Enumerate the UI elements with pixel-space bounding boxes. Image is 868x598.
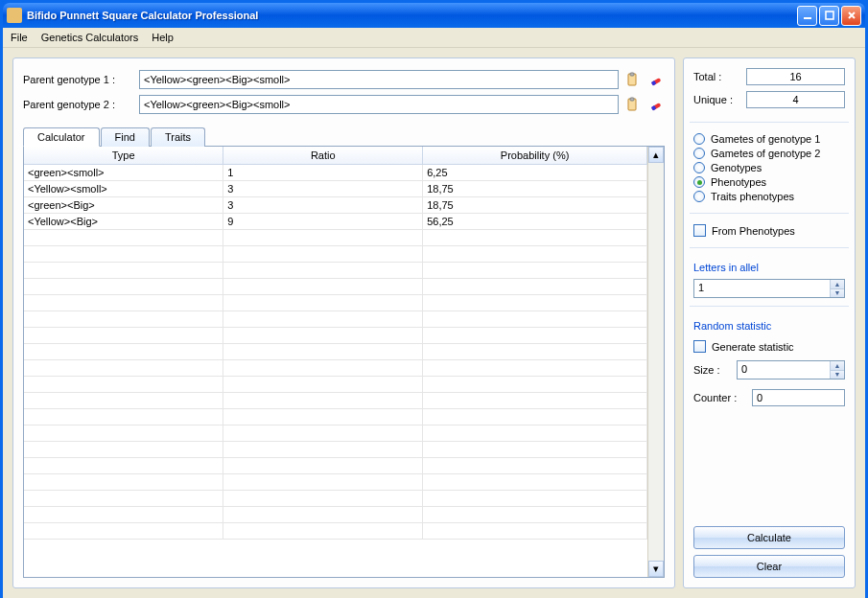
tab-traits[interactable]: Traits (151, 127, 205, 147)
cell-prob (423, 360, 647, 377)
right-panel: Total : 16 Unique : 4 Gametes of genotyp… (683, 58, 856, 588)
cell-ratio (223, 377, 423, 393)
menu-help[interactable]: Help (152, 32, 174, 43)
letters-spinner[interactable]: 1 ▲▼ (693, 279, 845, 298)
counter-label: Counter : (693, 392, 746, 403)
table-row[interactable]: <Yellow><Big>956,25 (24, 214, 647, 230)
cell-ratio (223, 360, 423, 377)
parent1-label: Parent genotype 1 : (23, 74, 133, 85)
cell-prob (423, 507, 647, 523)
check-generate-statistic[interactable]: Generate statistic (693, 340, 845, 353)
cell-ratio (223, 311, 423, 328)
col-prob[interactable]: Probability (%) (423, 147, 647, 165)
cell-type (24, 263, 223, 279)
table-row (24, 491, 647, 507)
cell-type (24, 523, 223, 540)
cell-type (24, 279, 223, 295)
cell-type (24, 377, 223, 393)
check-from-phenotypes[interactable]: From Phenotypes (693, 224, 845, 237)
paste-icon[interactable] (624, 71, 642, 88)
spin-up-icon[interactable]: ▲ (830, 280, 844, 289)
table-row[interactable]: <Yellow><smoll>318,75 (24, 181, 647, 197)
radio-traits-phenotypes[interactable]: Traits phenotypes (693, 191, 845, 202)
cell-type (24, 360, 223, 377)
close-button[interactable] (841, 6, 861, 26)
cell-ratio (223, 523, 423, 540)
radio-label: Gametes of genotype 1 (711, 133, 820, 145)
svg-rect-1 (826, 12, 833, 19)
results-table: Type Ratio Probability (%) <green><smoll… (24, 147, 647, 540)
radio-gametes-2[interactable]: Gametes of genotype 2 (693, 148, 845, 159)
cell-type (24, 295, 223, 311)
size-spinner[interactable]: 0 ▲▼ (737, 360, 845, 380)
table-scrollbar[interactable]: ▴ ▾ (647, 147, 664, 577)
app-window: Bifido Punnett Square Calculator Profess… (0, 0, 868, 598)
cell-ratio (223, 230, 423, 246)
col-ratio[interactable]: Ratio (223, 147, 423, 165)
svg-rect-7 (630, 98, 634, 101)
menu-file[interactable]: File (11, 32, 28, 43)
clear-button[interactable]: Clear (693, 555, 845, 578)
radio-gametes-1[interactable]: Gametes of genotype 1 (693, 133, 845, 145)
radio-phenotypes[interactable]: Phenotypes (693, 176, 845, 188)
cell-ratio (223, 458, 423, 474)
unique-value: 4 (746, 91, 845, 108)
paste2-icon[interactable] (624, 96, 642, 113)
table-row (24, 263, 647, 279)
table-row (24, 279, 647, 295)
cell-prob (423, 263, 647, 279)
cell-ratio (223, 295, 423, 311)
cell-type (24, 507, 223, 523)
cell-prob: 18,75 (423, 197, 647, 214)
cell-prob (423, 246, 647, 263)
maximize-button[interactable] (819, 6, 839, 26)
spin-down-icon[interactable]: ▼ (830, 371, 844, 380)
size-value: 0 (738, 361, 830, 379)
cell-type (24, 409, 223, 426)
calculate-button[interactable]: Calculate (693, 526, 845, 549)
cell-type (24, 344, 223, 360)
cell-ratio (223, 279, 423, 295)
counter-value: 0 (752, 389, 845, 406)
tab-find[interactable]: Find (101, 127, 150, 147)
radio-label: Genotypes (711, 162, 762, 173)
svg-rect-0 (804, 17, 811, 19)
cell-type (24, 246, 223, 263)
cell-ratio: 3 (223, 181, 423, 197)
table-row (24, 311, 647, 328)
cell-ratio (223, 393, 423, 409)
spin-up-icon[interactable]: ▲ (830, 361, 844, 371)
tab-calculator[interactable]: Calculator (23, 127, 100, 147)
clear1-icon[interactable] (647, 71, 665, 88)
check-label: From Phenotypes (712, 225, 795, 237)
cell-type: <green><Big> (24, 197, 223, 214)
cell-type: <green><smoll> (24, 165, 223, 181)
spin-down-icon[interactable]: ▼ (830, 289, 844, 298)
cell-ratio (223, 328, 423, 344)
cell-type: <Yellow><Big> (24, 214, 223, 230)
cell-type (24, 491, 223, 507)
cell-ratio (223, 426, 423, 442)
cell-prob (423, 230, 647, 246)
table-row (24, 523, 647, 540)
menu-genetics-calculators[interactable]: Genetics Calculators (41, 32, 139, 43)
clear2-icon[interactable] (647, 96, 665, 113)
parent1-input[interactable] (139, 70, 619, 89)
cell-prob (423, 393, 647, 409)
title-bar: Bifido Punnett Square Calculator Profess… (3, 3, 865, 28)
table-row[interactable]: <green><Big>318,75 (24, 197, 647, 214)
table-row[interactable]: <green><smoll>16,25 (24, 165, 647, 181)
cell-prob (423, 474, 647, 491)
scroll-up-icon[interactable]: ▴ (648, 147, 664, 163)
col-type[interactable]: Type (24, 147, 223, 165)
cell-ratio: 9 (223, 214, 423, 230)
parent2-input[interactable] (139, 95, 619, 114)
cell-type (24, 230, 223, 246)
minimize-button[interactable] (797, 6, 817, 26)
radio-genotypes[interactable]: Genotypes (693, 162, 845, 173)
cell-type (24, 442, 223, 458)
scroll-down-icon[interactable]: ▾ (648, 561, 664, 577)
cell-type (24, 426, 223, 442)
cell-ratio (223, 507, 423, 523)
cell-prob (423, 491, 647, 507)
